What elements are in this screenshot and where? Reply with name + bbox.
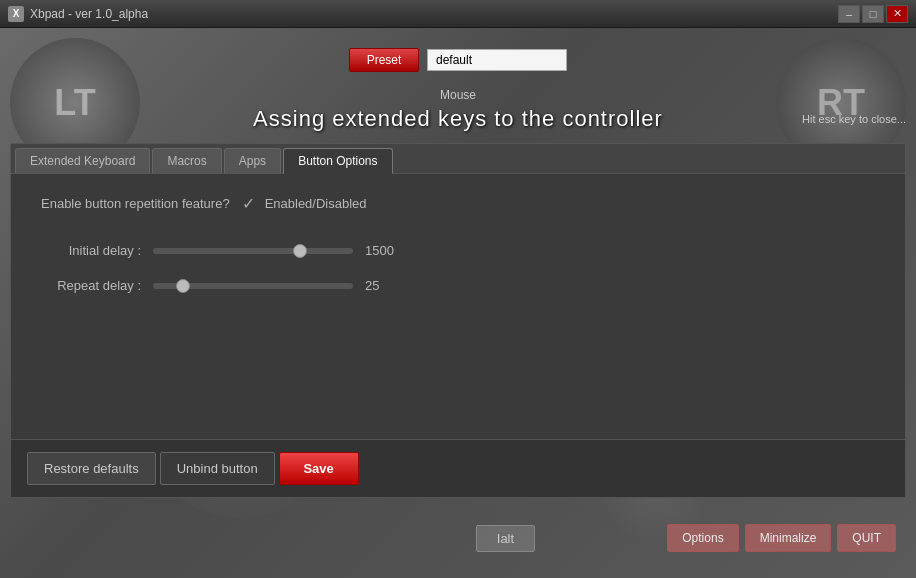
main-background: LT RT Preset default Mouse Assing extend… <box>0 28 916 578</box>
panel-footer: Restore defaults Unbind button Save <box>11 439 905 497</box>
repeat-delay-value: 25 <box>365 278 405 293</box>
titlebar-controls: – □ ✕ <box>838 5 908 23</box>
enable-check-label: Enabled/Disabled <box>265 196 367 211</box>
maximize-button[interactable]: □ <box>862 5 884 23</box>
initial-delay-row: Initial delay : 1500 <box>41 243 875 258</box>
mouse-button[interactable]: Mouse <box>440 88 476 102</box>
panel: Extended Keyboard Macros Apps Button Opt… <box>10 143 906 498</box>
bottom-center: Ialt <box>344 525 668 552</box>
quit-button[interactable]: QUIT <box>837 524 896 552</box>
minimize-button[interactable]: – <box>838 5 860 23</box>
initial-delay-slider[interactable] <box>153 248 353 254</box>
bottom-right: Options Minimalize QUIT <box>667 524 896 552</box>
tab-button-options[interactable]: Button Options <box>283 148 392 174</box>
window-title: Xbpad - ver 1.0_alpha <box>30 7 148 21</box>
close-button[interactable]: ✕ <box>886 5 908 23</box>
enable-row: Enable button repetition feature? ✓ Enab… <box>41 194 875 213</box>
titlebar: X Xbpad - ver 1.0_alpha – □ ✕ <box>0 0 916 28</box>
minimalize-button[interactable]: Minimalize <box>745 524 832 552</box>
toolbar: Preset default <box>349 48 567 72</box>
tab-apps[interactable]: Apps <box>224 148 281 173</box>
initial-delay-value: 1500 <box>365 243 405 258</box>
app-icon: X <box>8 6 24 22</box>
repeat-delay-label: Repeat delay : <box>41 278 141 293</box>
main-heading: Assing extended keys to the controller <box>0 106 916 132</box>
checkmark-icon: ✓ <box>242 194 255 213</box>
restore-defaults-button[interactable]: Restore defaults <box>27 452 156 485</box>
tab-macros[interactable]: Macros <box>152 148 221 173</box>
tab-extended-keyboard[interactable]: Extended Keyboard <box>15 148 150 173</box>
panel-content: Enable button repetition feature? ✓ Enab… <box>11 174 905 439</box>
preset-button[interactable]: Preset <box>349 48 419 72</box>
titlebar-left: X Xbpad - ver 1.0_alpha <box>8 6 148 22</box>
initial-delay-label: Initial delay : <box>41 243 141 258</box>
esc-hint: Hit esc key to close... <box>802 113 906 125</box>
preset-dropdown[interactable]: default <box>427 49 567 71</box>
unbind-button[interactable]: Unbind button <box>160 452 275 485</box>
options-button[interactable]: Options <box>667 524 738 552</box>
enable-label: Enable button repetition feature? <box>41 196 230 211</box>
tabs: Extended Keyboard Macros Apps Button Opt… <box>11 144 905 174</box>
save-button[interactable]: Save <box>279 452 359 485</box>
enable-checkbox-wrap: ✓ Enabled/Disabled <box>242 194 367 213</box>
bottom-bar: Ialt Options Minimalize QUIT <box>0 498 916 578</box>
ialt-button[interactable]: Ialt <box>476 525 535 552</box>
repeat-delay-slider[interactable] <box>153 283 353 289</box>
repeat-delay-row: Repeat delay : 25 <box>41 278 875 293</box>
